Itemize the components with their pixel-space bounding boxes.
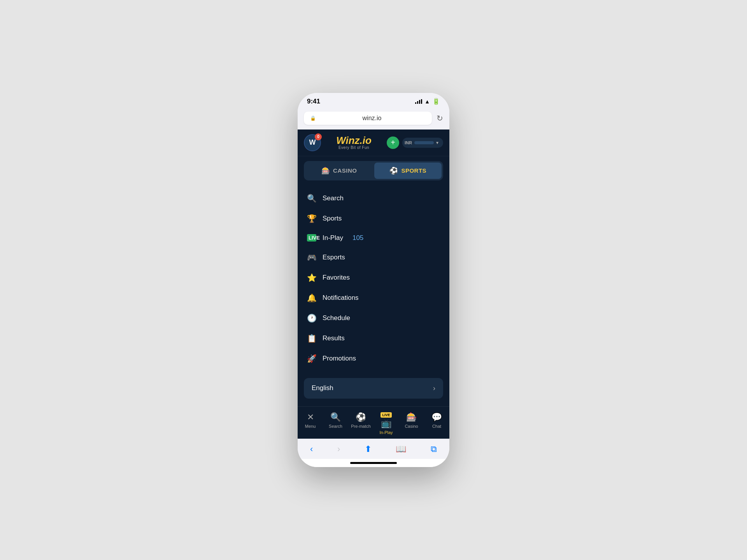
language-selector[interactable]: English › — [304, 378, 443, 399]
nav-search[interactable]: 🔍 Search — [323, 410, 348, 438]
rocket-icon: 🚀 — [307, 354, 316, 363]
app-header: W 0 Winz.io Every Bit of Fun + INR ▾ — [298, 130, 449, 156]
avatar-button[interactable]: W 0 — [304, 134, 321, 151]
tab-casino-label: CASINO — [333, 167, 357, 174]
menu-promotions-label: Promotions — [323, 355, 356, 362]
status-icons: ▲ 🔋 — [415, 98, 440, 105]
app-content: W 0 Winz.io Every Bit of Fun + INR ▾ — [298, 130, 449, 439]
menu-item-esports[interactable]: 🎮 Esports — [298, 247, 449, 268]
wifi-icon: ▲ — [424, 98, 430, 105]
nav-inplay-icon: 📺 — [381, 418, 391, 429]
nav-inplay-label: In-Play — [379, 430, 393, 435]
menu-inplay-label: In-Play — [323, 234, 343, 242]
casino-icon: 🎰 — [321, 166, 330, 175]
tab-sports-label: SPORTS — [401, 167, 426, 174]
logo-area: Winz.io Every Bit of Fun — [336, 135, 372, 150]
nav-casino[interactable]: 🎰 Casino — [399, 410, 424, 438]
inplay-count-badge: 105 — [352, 234, 363, 242]
nav-chat-icon: 💬 — [431, 412, 442, 422]
nav-chat[interactable]: 💬 Chat — [424, 410, 449, 438]
menu-item-search[interactable]: 🔍 Search — [298, 188, 449, 208]
logo-tagline: Every Bit of Fun — [336, 145, 372, 150]
nav-chat-label: Chat — [432, 424, 441, 429]
menu-esports-label: Esports — [323, 254, 345, 261]
nav-search-label: Search — [329, 424, 342, 429]
logo-text: Winz.io — [336, 135, 372, 145]
nav-prematch-icon: ⚽ — [356, 412, 366, 422]
currency-label: INR — [405, 140, 412, 145]
nav-prematch[interactable]: ⚽ Pre-match — [348, 410, 374, 438]
status-bar: 9:41 ▲ 🔋 — [298, 93, 449, 108]
nav-casino-icon: 🎰 — [406, 412, 417, 422]
ios-browser-bottom: ‹ › ⬆ 📖 ⧉ — [298, 439, 449, 459]
menu-notifications-label: Notifications — [323, 294, 359, 302]
balance-area[interactable]: INR ▾ — [402, 138, 443, 148]
bottom-nav: ✕ Menu 🔍 Search ⚽ Pre-match LIVE 📺 In-Pl… — [298, 406, 449, 439]
live-icon: LIVE — [307, 234, 316, 242]
browser-bar: 🔒 winz.io ↻ — [298, 108, 449, 130]
deposit-button[interactable]: + — [387, 136, 399, 149]
menu-item-notifications[interactable]: 🔔 Notifications — [298, 288, 449, 308]
menu-item-promotions[interactable]: 🚀 Promotions — [298, 348, 449, 369]
lock-icon: 🔒 — [310, 116, 316, 121]
nav-search-icon: 🔍 — [330, 412, 341, 422]
phone-frame: 9:41 ▲ 🔋 🔒 winz.io ↻ W 0 — [298, 93, 449, 467]
menu-item-sports[interactable]: 🏆 Sports — [298, 208, 449, 229]
sports-icon: ⚽ — [389, 166, 398, 175]
clock-icon: 🕐 — [307, 313, 316, 323]
menu-item-schedule[interactable]: 🕐 Schedule — [298, 308, 449, 328]
status-time: 9:41 — [307, 98, 320, 105]
back-button[interactable]: ‹ — [307, 443, 316, 456]
menu-item-results[interactable]: 📋 Results — [298, 328, 449, 348]
search-icon: 🔍 — [307, 194, 316, 203]
menu-item-inplay[interactable]: LIVE In-Play 105 — [298, 229, 449, 247]
tab-switcher: 🎰 CASINO ⚽ SPORTS — [304, 161, 443, 180]
tab-sports[interactable]: ⚽ SPORTS — [374, 163, 442, 179]
menu-sports-label: Sports — [323, 215, 342, 222]
menu-results-label: Results — [323, 334, 345, 342]
balance-bar — [414, 141, 434, 144]
menu-list: 🔍 Search 🏆 Sports LIVE In-Play 105 🎮 Esp… — [298, 185, 449, 372]
battery-icon: 🔋 — [432, 98, 440, 105]
nav-menu-label: Menu — [305, 424, 316, 429]
refresh-button[interactable]: ↻ — [437, 114, 443, 123]
menu-close-icon: ✕ — [307, 412, 314, 422]
nav-prematch-label: Pre-match — [351, 424, 371, 429]
menu-favorites-label: Favorites — [323, 274, 350, 282]
bell-icon: 🔔 — [307, 293, 316, 303]
avatar-letter: W — [309, 138, 316, 147]
avatar-badge: 0 — [315, 133, 322, 140]
signal-icon — [415, 99, 422, 104]
nav-casino-label: Casino — [405, 424, 418, 429]
live-badge: LIVE — [381, 412, 391, 418]
menu-search-label: Search — [323, 194, 344, 202]
home-indicator — [350, 462, 397, 464]
tabs-button[interactable]: ⧉ — [428, 443, 440, 456]
header-right: + INR ▾ — [387, 136, 443, 149]
bookmarks-button[interactable]: 📖 — [393, 443, 409, 456]
trophy-icon: 🏆 — [307, 214, 316, 223]
gamepad-icon: 🎮 — [307, 253, 316, 262]
url-text: winz.io — [318, 115, 426, 122]
language-label: English — [312, 384, 333, 392]
dropdown-arrow-icon: ▾ — [436, 140, 438, 145]
menu-schedule-label: Schedule — [323, 314, 350, 322]
menu-item-favorites[interactable]: ⭐ Favorites — [298, 268, 449, 288]
nav-menu[interactable]: ✕ Menu — [298, 410, 323, 438]
star-icon: ⭐ — [307, 273, 316, 282]
ios-bottom-spacer — [298, 459, 449, 467]
share-button[interactable]: ⬆ — [361, 443, 375, 456]
nav-inplay-container: LIVE 📺 — [381, 412, 391, 429]
clipboard-icon: 📋 — [307, 334, 316, 343]
chevron-right-icon: › — [433, 384, 435, 392]
url-bar[interactable]: 🔒 winz.io — [304, 112, 432, 125]
nav-inplay[interactable]: LIVE 📺 In-Play — [374, 410, 399, 438]
tab-casino[interactable]: 🎰 CASINO — [305, 163, 373, 179]
forward-button[interactable]: › — [334, 443, 343, 456]
